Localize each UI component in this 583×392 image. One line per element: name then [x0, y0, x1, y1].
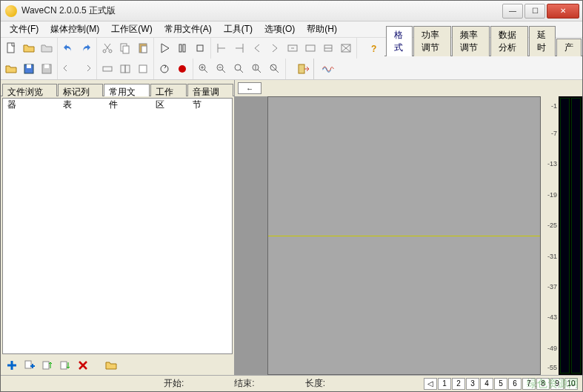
clear-icon[interactable]	[136, 62, 150, 76]
tab-more[interactable]: 产	[556, 39, 582, 56]
maximize-button[interactable]: ☐	[524, 4, 545, 19]
pager-7[interactable]: 7	[522, 378, 536, 390]
sort-up-icon[interactable]	[41, 359, 54, 372]
help-icon[interactable]: ?	[367, 41, 382, 56]
stop-icon[interactable]	[193, 41, 207, 56]
undo2-icon[interactable]	[61, 62, 76, 76]
record-loop-icon[interactable]	[157, 62, 172, 76]
marker-prev-icon[interactable]	[250, 41, 264, 56]
back-button[interactable]: ←	[238, 82, 261, 94]
svg-point-27	[235, 64, 241, 70]
menu-file[interactable]: 文件(F)	[4, 21, 44, 37]
zoom-fit-icon[interactable]	[232, 62, 247, 76]
delete-item-icon[interactable]	[76, 359, 90, 372]
marker-next-icon[interactable]	[267, 41, 282, 56]
exit-icon[interactable]	[296, 62, 310, 76]
svg-rect-30	[299, 64, 304, 73]
meter-bar-right	[571, 98, 581, 373]
add-item-icon[interactable]	[5, 359, 19, 372]
wave-view: -1 -7 -13 -19 -25 -31 -37 -43 -49 -55	[235, 96, 582, 375]
pager-2[interactable]: 2	[452, 378, 465, 390]
open-file-icon[interactable]	[21, 41, 36, 56]
window-title: WaveCN 2.0.0.5 正式版	[21, 4, 501, 17]
pager-prev[interactable]: ◁	[424, 378, 437, 390]
zoom-sel-out-icon[interactable]	[303, 41, 318, 56]
wave-canvas[interactable]	[267, 96, 541, 375]
close-file-icon[interactable]	[39, 41, 54, 56]
toolstrip: ? 格式 功率调节 频率调节 数据分析 延时 产	[1, 38, 582, 80]
tab-delay[interactable]: 延时	[529, 26, 556, 56]
close-button[interactable]: ✕	[547, 4, 579, 19]
pager-5[interactable]: 5	[494, 378, 507, 390]
wave-effect-icon[interactable]	[322, 62, 335, 76]
open-item-icon[interactable]	[104, 359, 118, 372]
svg-point-1	[103, 50, 106, 53]
level-tick: -1	[551, 102, 557, 110]
zoom-all-icon[interactable]	[267, 62, 282, 76]
tab-format[interactable]: 格式	[386, 26, 413, 56]
paste-icon[interactable]	[136, 41, 150, 56]
copy-icon[interactable]	[118, 41, 133, 56]
zoom-sel-fit-icon[interactable]	[321, 41, 336, 56]
mix-icon[interactable]	[118, 62, 133, 76]
tab-volume[interactable]: 音量调节	[187, 84, 233, 96]
minimize-button[interactable]: —	[502, 4, 523, 19]
sort-down-icon[interactable]	[59, 359, 72, 372]
pause-icon[interactable]	[175, 41, 190, 56]
pager-3[interactable]: 3	[466, 378, 479, 390]
save-icon[interactable]	[21, 62, 36, 76]
svg-rect-32	[43, 362, 49, 369]
tab-file-browser[interactable]: 文件浏览器	[2, 84, 57, 96]
cut-icon[interactable]	[100, 41, 115, 56]
tab-markers[interactable]: 标记列表	[58, 84, 104, 96]
tab-recent-files[interactable]: 常用文件	[104, 84, 150, 96]
redo-icon[interactable]	[79, 41, 93, 56]
add-copy-icon[interactable]	[23, 359, 36, 372]
menu-tools[interactable]: 工具(T)	[218, 21, 259, 37]
level-tick: -7	[551, 130, 557, 137]
svg-rect-4	[123, 46, 129, 53]
zoom-sel-all-icon[interactable]	[339, 41, 353, 56]
zoom-in-icon[interactable]	[196, 62, 211, 76]
new-file-icon[interactable]	[4, 41, 19, 56]
play-icon[interactable]	[157, 41, 172, 56]
pager: ◁ 1 2 3 4 5 6 7 8 9 10	[424, 378, 578, 390]
tab-frequency[interactable]: 频率调节	[452, 26, 490, 56]
svg-rect-7	[179, 44, 181, 52]
select-start-icon[interactable]	[214, 41, 229, 56]
menu-recent[interactable]: 常用文件(A)	[159, 21, 218, 37]
menu-options[interactable]: 选项(O)	[259, 21, 301, 37]
open-folder-icon[interactable]	[4, 62, 19, 76]
pager-10[interactable]: 10	[564, 378, 578, 390]
menu-media[interactable]: 媒体控制(M)	[44, 21, 105, 37]
save-as-icon[interactable]	[39, 62, 54, 76]
select-end-icon[interactable]	[232, 41, 247, 56]
zoom-sel-in-icon[interactable]	[285, 41, 300, 56]
menu-help[interactable]: 帮助(H)	[301, 21, 343, 37]
svg-rect-9	[197, 45, 203, 51]
right-panel: ← -1 -7 -13 -19 -25 -31 -37 -43 -49 -55	[235, 80, 582, 375]
svg-rect-0	[7, 43, 14, 53]
status-start: 开始:	[164, 377, 184, 390]
pager-6[interactable]: 6	[508, 378, 522, 390]
record-icon[interactable]	[175, 62, 190, 76]
window-buttons: — ☐ ✕	[501, 4, 579, 19]
zoom-out-icon[interactable]	[214, 62, 229, 76]
tab-analysis[interactable]: 数据分析	[490, 26, 528, 56]
status-bar: 开始: 结束: 长度: ◁ 1 2 3 4 5 6 7 8 9 10	[1, 375, 582, 391]
pager-8[interactable]: 8	[536, 378, 550, 390]
left-panel-body	[2, 98, 233, 354]
menu-workspace[interactable]: 工作区(W)	[105, 21, 158, 37]
undo-icon[interactable]	[61, 41, 76, 56]
pager-4[interactable]: 4	[480, 378, 493, 390]
pager-9[interactable]: 9	[550, 378, 564, 390]
redo2-icon[interactable]	[79, 62, 93, 76]
pager-1[interactable]: 1	[438, 378, 451, 390]
svg-rect-16	[27, 64, 31, 68]
trim-icon[interactable]	[100, 62, 115, 76]
tab-workspace[interactable]: 工作区	[150, 84, 187, 96]
tab-power[interactable]: 功率调节	[413, 26, 451, 56]
zoom-reset-icon[interactable]	[250, 62, 264, 76]
meter-bar-left	[560, 98, 570, 373]
svg-rect-20	[121, 65, 125, 73]
